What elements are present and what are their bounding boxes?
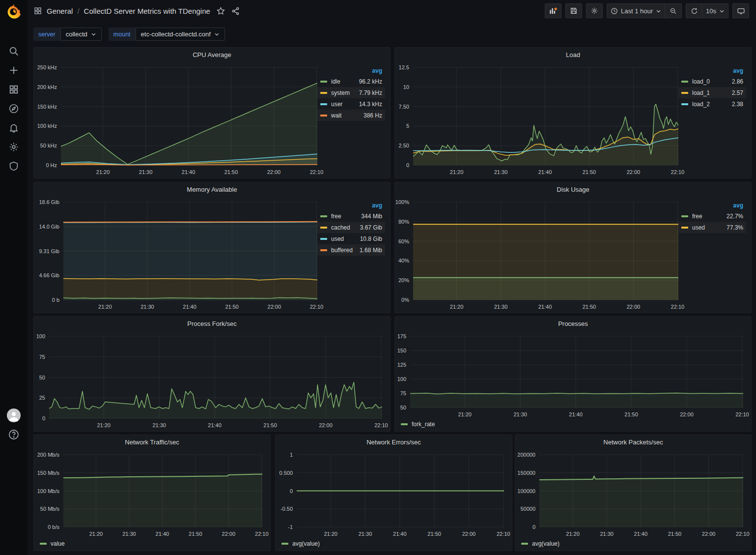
svg-text:21:20: 21:20 bbox=[450, 304, 464, 310]
share-icon[interactable] bbox=[231, 7, 240, 15]
svg-text:100 Mb/s: 100 Mb/s bbox=[37, 488, 60, 494]
legend-item-user[interactable]: user14.3 kHz bbox=[317, 98, 385, 110]
svg-text:22:10: 22:10 bbox=[497, 531, 510, 537]
dashboards-icon[interactable] bbox=[8, 84, 20, 95]
series-color-swatch bbox=[681, 215, 688, 217]
panel-title[interactable]: Processes bbox=[395, 320, 751, 327]
legend-avg-header[interactable]: avg bbox=[678, 66, 746, 76]
svg-text:40%: 40% bbox=[398, 258, 409, 263]
legend-avg-header[interactable]: avg bbox=[678, 201, 746, 210]
series-color-swatch bbox=[320, 81, 327, 83]
refresh-interval-picker[interactable]: 10s bbox=[702, 3, 728, 18]
legend-avg-header[interactable]: avg bbox=[317, 201, 385, 210]
legend-item-used[interactable]: used10.8 Gib bbox=[317, 233, 385, 244]
grafana-logo[interactable] bbox=[5, 3, 22, 20]
svg-text:150: 150 bbox=[397, 348, 406, 353]
explore-compass-icon[interactable] bbox=[8, 103, 20, 115]
search-icon[interactable] bbox=[8, 45, 20, 57]
legend-item-value[interactable]: value bbox=[40, 540, 65, 547]
save-dashboard-button[interactable] bbox=[565, 3, 582, 18]
svg-text:21:40: 21:40 bbox=[182, 169, 196, 175]
series-color-swatch bbox=[681, 103, 688, 105]
svg-text:18.6 Gib: 18.6 Gib bbox=[39, 199, 59, 205]
cycle-view-mode-button[interactable] bbox=[732, 3, 749, 18]
panel-title[interactable]: Network Errors/sec bbox=[276, 438, 512, 446]
chart-canvas-fork[interactable]: 025507510021:2021:3021:4021:5022:0022:10 bbox=[34, 317, 391, 432]
legend-item-system[interactable]: system7.79 kHz bbox=[317, 87, 385, 98]
legend-item-buffered[interactable]: buffered1.68 Mib bbox=[317, 244, 385, 256]
legend-item-cached[interactable]: cached3.67 Gib bbox=[317, 222, 385, 233]
legend-item-avg(value)[interactable]: avg(value) bbox=[281, 540, 320, 547]
svg-text:21:30: 21:30 bbox=[152, 422, 166, 428]
panel-title[interactable]: Process Fork/sec bbox=[34, 320, 390, 327]
panel-title[interactable]: Load bbox=[395, 51, 751, 58]
svg-text:9.31 Gib: 9.31 Gib bbox=[39, 248, 59, 254]
series-fill-value bbox=[63, 474, 262, 527]
zoom-out-time-button[interactable] bbox=[665, 3, 682, 18]
svg-text:7.50: 7.50 bbox=[399, 104, 409, 110]
svg-text:20%: 20% bbox=[398, 277, 409, 283]
svg-text:175: 175 bbox=[397, 333, 406, 339]
svg-text:100: 100 bbox=[36, 333, 45, 339]
series-color-swatch bbox=[320, 92, 327, 94]
svg-text:21:50: 21:50 bbox=[263, 422, 277, 428]
time-range-picker[interactable]: Last 1 hour bbox=[607, 3, 665, 18]
legend-item-free[interactable]: free344 Mib bbox=[317, 210, 385, 222]
series-color-swatch bbox=[320, 227, 327, 229]
panel-title[interactable]: CPU Average bbox=[34, 51, 390, 58]
svg-text:22:00: 22:00 bbox=[627, 304, 641, 310]
legend-item-idle[interactable]: idle96.2 kHz bbox=[317, 76, 385, 87]
svg-text:0: 0 bbox=[42, 415, 45, 421]
chevron-down-icon bbox=[91, 31, 96, 37]
svg-text:250 kHz: 250 kHz bbox=[37, 64, 57, 70]
star-icon[interactable] bbox=[217, 7, 225, 15]
svg-text:21:20: 21:20 bbox=[98, 304, 112, 310]
legend-item-avg(value)[interactable]: avg(value) bbox=[521, 540, 560, 547]
svg-text:21:40: 21:40 bbox=[538, 304, 552, 310]
legend-item-free[interactable]: free22.7% bbox=[678, 210, 746, 222]
panel-title[interactable]: Disk Usage bbox=[395, 186, 751, 193]
panel-title[interactable]: Memory Available bbox=[34, 186, 390, 193]
person-icon bbox=[8, 410, 19, 422]
panel-title[interactable]: Network Packets/sec bbox=[515, 438, 751, 446]
svg-text:21:20: 21:20 bbox=[89, 531, 103, 537]
legend-item-fork_rate[interactable]: fork_rate bbox=[401, 421, 435, 428]
variable-server-value[interactable]: collectd bbox=[60, 28, 102, 41]
svg-text:200 Mb/s: 200 Mb/s bbox=[37, 452, 60, 458]
legend: avgidle96.2 kHzsystem7.79 kHzuser14.3 kH… bbox=[317, 66, 385, 121]
svg-text:22:00: 22:00 bbox=[627, 169, 641, 175]
chart-canvas-processes[interactable]: 507510012515017521:2021:3021:4021:5022:0… bbox=[395, 317, 752, 432]
legend-item-load_2[interactable]: load_22.38 bbox=[678, 98, 746, 110]
dashboard-settings-button[interactable] bbox=[586, 3, 603, 18]
svg-text:21:40: 21:40 bbox=[156, 531, 169, 537]
chart-canvas-netpackets[interactable]: 05000010000015000020000021:2021:3021:402… bbox=[515, 435, 752, 552]
template-variables: server collectd mount etc-collectd-colle… bbox=[33, 28, 225, 41]
create-plus-icon[interactable] bbox=[8, 64, 20, 76]
legend-item-load_0[interactable]: load_02.86 bbox=[678, 76, 746, 87]
configuration-gear-icon[interactable] bbox=[8, 141, 20, 153]
server-admin-shield-icon[interactable] bbox=[8, 160, 20, 172]
dashboard-title[interactable]: CollectD Server Metrics with TDengine bbox=[84, 7, 210, 15]
series-line-buffered bbox=[63, 222, 317, 222]
panel-title[interactable]: Network Traffic/sec bbox=[34, 438, 270, 446]
legend-avg-header[interactable]: avg bbox=[317, 66, 385, 76]
svg-text:21:20: 21:20 bbox=[458, 411, 472, 417]
legend-item-load_1[interactable]: load_12.57 bbox=[678, 87, 746, 98]
chart-canvas-nettraffic[interactable]: 0 b/s50 Mb/s100 Mb/s150 Mb/s200 Mb/s21:2… bbox=[34, 435, 271, 552]
breadcrumb-section[interactable]: General bbox=[47, 7, 73, 15]
svg-text:10: 10 bbox=[403, 84, 409, 90]
chart-canvas-neterrors[interactable]: -1-0.5000.500121:2021:3021:4021:5022:002… bbox=[276, 435, 513, 552]
user-avatar[interactable] bbox=[7, 409, 21, 422]
alerting-bell-icon[interactable] bbox=[8, 122, 20, 134]
legend-item-used[interactable]: used77.3% bbox=[678, 222, 746, 233]
refresh-button[interactable] bbox=[686, 3, 702, 18]
add-panel-button[interactable] bbox=[545, 3, 561, 18]
svg-text:150 kHz: 150 kHz bbox=[37, 104, 57, 110]
dashboard-grid-icon bbox=[33, 6, 42, 15]
variable-mount-value[interactable]: etc-collectd-collectd.conf bbox=[136, 28, 225, 41]
svg-text:25: 25 bbox=[39, 395, 45, 401]
grafana-flame-icon bbox=[5, 3, 22, 20]
legend-item-wait[interactable]: wait386 Hz bbox=[317, 110, 385, 121]
svg-text:200000: 200000 bbox=[517, 452, 535, 458]
help-icon[interactable] bbox=[8, 429, 20, 440]
